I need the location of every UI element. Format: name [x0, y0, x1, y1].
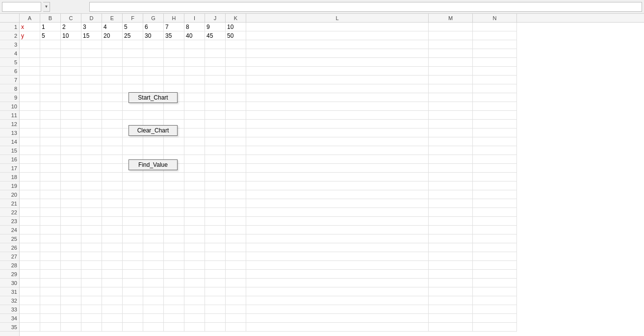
cell-M6[interactable]	[429, 67, 473, 76]
cell-A8[interactable]	[20, 84, 40, 93]
cell-A26[interactable]	[20, 243, 40, 252]
cell-A13[interactable]	[20, 129, 40, 137]
cell-B6[interactable]	[40, 67, 61, 76]
cell-L33[interactable]	[246, 305, 429, 314]
cell-B35[interactable]	[40, 323, 61, 332]
cell-K20[interactable]	[226, 190, 246, 199]
cell-N10[interactable]	[473, 102, 517, 111]
cell-C1[interactable]: 2	[61, 23, 81, 31]
row-num-2[interactable]: 2	[0, 31, 19, 40]
cell-M4[interactable]	[429, 49, 473, 58]
cell-A27[interactable]	[20, 252, 40, 261]
cell-B21[interactable]	[40, 199, 61, 208]
cell-M31[interactable]	[429, 287, 473, 296]
cell-L25[interactable]	[246, 234, 429, 243]
cell-L30[interactable]	[246, 279, 429, 287]
cell-E31[interactable]	[102, 287, 123, 296]
cell-J15[interactable]	[205, 146, 226, 155]
cell-N13[interactable]	[473, 129, 517, 137]
cell-N25[interactable]	[473, 234, 517, 243]
cell-N24[interactable]	[473, 226, 517, 234]
cell-I29[interactable]	[184, 270, 205, 279]
cell-H2[interactable]: 35	[164, 31, 184, 40]
cell-J16[interactable]	[205, 155, 226, 164]
cell-C17[interactable]	[61, 164, 81, 173]
cell-E22[interactable]	[102, 208, 123, 217]
cell-L5[interactable]	[246, 58, 429, 67]
cell-F32[interactable]	[123, 296, 143, 305]
cell-L15[interactable]	[246, 146, 429, 155]
cell-G21[interactable]	[143, 199, 164, 208]
cell-N12[interactable]	[473, 120, 517, 129]
cell-K3[interactable]	[226, 40, 246, 49]
cell-K24[interactable]	[226, 226, 246, 234]
cell-I2[interactable]: 40	[184, 31, 205, 40]
cell-N18[interactable]	[473, 173, 517, 181]
cell-F30[interactable]	[123, 279, 143, 287]
row-num-22[interactable]: 22	[0, 208, 19, 217]
cell-I11[interactable]	[184, 111, 205, 120]
cell-L32[interactable]	[246, 296, 429, 305]
cell-M24[interactable]	[429, 226, 473, 234]
cell-B18[interactable]	[40, 173, 61, 181]
cell-M35[interactable]	[429, 323, 473, 332]
cell-A34[interactable]	[20, 314, 40, 323]
cell-B15[interactable]	[40, 146, 61, 155]
row-num-31[interactable]: 31	[0, 287, 19, 296]
cell-F15[interactable]	[123, 146, 143, 155]
cell-N34[interactable]	[473, 314, 517, 323]
cell-A28[interactable]	[20, 261, 40, 270]
cell-J20[interactable]	[205, 190, 226, 199]
cell-F31[interactable]	[123, 287, 143, 296]
cell-G29[interactable]	[143, 270, 164, 279]
cell-L35[interactable]	[246, 323, 429, 332]
cell-L34[interactable]	[246, 314, 429, 323]
cell-M16[interactable]	[429, 155, 473, 164]
cell-G2[interactable]: 30	[143, 31, 164, 40]
row-num-33[interactable]: 33	[0, 305, 19, 314]
cell-M7[interactable]	[429, 76, 473, 84]
cell-B26[interactable]	[40, 243, 61, 252]
cell-M30[interactable]	[429, 279, 473, 287]
cell-F28[interactable]	[123, 261, 143, 270]
cell-M19[interactable]	[429, 181, 473, 190]
cell-F10[interactable]	[123, 102, 143, 111]
cell-C6[interactable]	[61, 67, 81, 76]
cell-D7[interactable]	[81, 76, 102, 84]
cell-C19[interactable]	[61, 181, 81, 190]
cell-C14[interactable]	[61, 137, 81, 146]
cell-C34[interactable]	[61, 314, 81, 323]
start-chart-button[interactable]: Start_Chart	[129, 92, 178, 103]
cell-I7[interactable]	[184, 76, 205, 84]
row-num-18[interactable]: 18	[0, 173, 19, 181]
cell-K15[interactable]	[226, 146, 246, 155]
cell-K34[interactable]	[226, 314, 246, 323]
cell-D4[interactable]	[81, 49, 102, 58]
cell-E30[interactable]	[102, 279, 123, 287]
cell-H28[interactable]	[164, 261, 184, 270]
cell-G5[interactable]	[143, 58, 164, 67]
cell-I17[interactable]	[184, 164, 205, 173]
cell-A12[interactable]	[20, 120, 40, 129]
cell-F26[interactable]	[123, 243, 143, 252]
cell-D35[interactable]	[81, 323, 102, 332]
cell-K7[interactable]	[226, 76, 246, 84]
cell-D22[interactable]	[81, 208, 102, 217]
cell-L10[interactable]	[246, 102, 429, 111]
cell-F2[interactable]: 25	[123, 31, 143, 40]
cell-K28[interactable]	[226, 261, 246, 270]
cell-I18[interactable]	[184, 173, 205, 181]
row-num-25[interactable]: 25	[0, 234, 19, 243]
cell-H1[interactable]: 7	[164, 23, 184, 31]
cell-C24[interactable]	[61, 226, 81, 234]
cell-M14[interactable]	[429, 137, 473, 146]
cell-E13[interactable]	[102, 129, 123, 137]
cell-M18[interactable]	[429, 173, 473, 181]
confirm-icon[interactable]	[65, 2, 75, 12]
cell-F14[interactable]	[123, 137, 143, 146]
cell-C11[interactable]	[61, 111, 81, 120]
cell-N29[interactable]	[473, 270, 517, 279]
cell-H31[interactable]	[164, 287, 184, 296]
cell-A5[interactable]	[20, 58, 40, 67]
cell-K8[interactable]	[226, 84, 246, 93]
